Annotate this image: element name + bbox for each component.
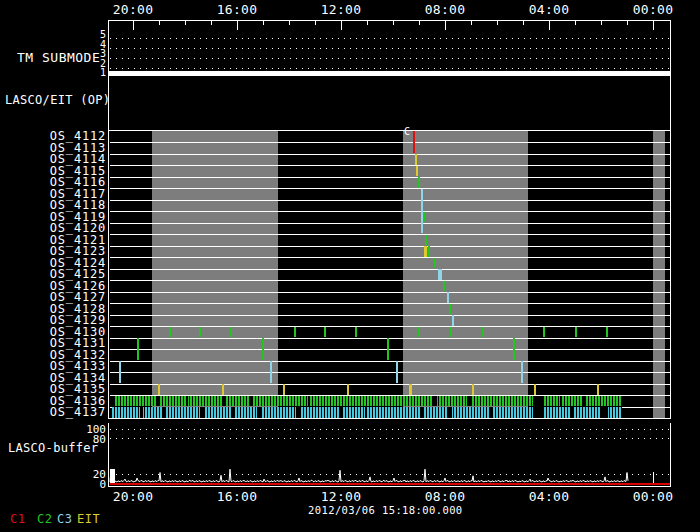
activity-gap bbox=[222, 396, 226, 407]
axis-tick-major bbox=[653, 20, 654, 30]
event-tick bbox=[575, 327, 577, 338]
row-divider bbox=[110, 384, 670, 385]
event-tick bbox=[262, 338, 264, 360]
observation-window-band bbox=[152, 131, 278, 418]
row-divider bbox=[110, 338, 670, 339]
event-tick bbox=[230, 327, 232, 338]
event-tick bbox=[521, 361, 523, 383]
activity-gap bbox=[365, 407, 367, 418]
event-tick bbox=[513, 338, 515, 360]
activity-gap bbox=[420, 407, 424, 418]
row-divider bbox=[110, 292, 670, 293]
event-tick bbox=[423, 212, 425, 223]
activity-gap bbox=[583, 396, 585, 407]
activity-gap bbox=[600, 407, 608, 418]
activity-gap bbox=[533, 407, 543, 418]
dotted-gridline bbox=[110, 48, 670, 49]
dotted-gridline bbox=[110, 438, 670, 439]
event-tick bbox=[119, 361, 121, 383]
row-divider bbox=[110, 246, 670, 247]
time-label-top: 00:00 bbox=[631, 2, 675, 17]
buffer-trace bbox=[108, 454, 671, 487]
event-tick bbox=[270, 361, 272, 383]
telemetry-plot-window: TM SUBMODE LASCO/EIT (OP) LASCO-buffer C… bbox=[0, 0, 700, 532]
event-tick bbox=[438, 269, 442, 280]
event-tick bbox=[434, 258, 436, 269]
event-tick bbox=[597, 384, 599, 395]
time-label-bottom: 16:00 bbox=[215, 489, 259, 504]
activity-gap bbox=[467, 396, 472, 407]
activity-gap bbox=[163, 407, 165, 418]
event-tick bbox=[396, 361, 398, 383]
dotted-gridline bbox=[110, 429, 670, 430]
dotted-gridline bbox=[110, 38, 670, 39]
axis-tick-major bbox=[549, 20, 550, 30]
row-divider bbox=[110, 315, 670, 316]
time-label-top: 20:00 bbox=[111, 2, 155, 17]
row-divider bbox=[110, 361, 670, 362]
event-tick bbox=[416, 166, 418, 177]
event-tick bbox=[425, 235, 427, 246]
dense-activity-row bbox=[115, 396, 622, 407]
event-tick bbox=[424, 246, 427, 257]
event-tick bbox=[418, 327, 420, 338]
row-divider bbox=[110, 269, 670, 270]
time-label-bottom: 08:00 bbox=[423, 489, 467, 504]
top-axis-line bbox=[108, 20, 671, 21]
main-bottom-border bbox=[108, 418, 671, 419]
row-divider bbox=[110, 142, 670, 143]
event-tick bbox=[409, 384, 412, 395]
time-label-bottom: 04:00 bbox=[527, 489, 571, 504]
event-tick bbox=[158, 384, 160, 395]
activity-gap bbox=[157, 396, 160, 407]
time-label-top: 08:00 bbox=[423, 2, 467, 17]
event-tick bbox=[294, 327, 296, 338]
dotted-gridline bbox=[110, 58, 670, 59]
legend: C1 C2 C3 EIT bbox=[0, 512, 700, 528]
legend-item-c1: C1 bbox=[10, 512, 25, 526]
event-tick bbox=[199, 327, 201, 338]
event-tick bbox=[606, 327, 608, 338]
event-tick bbox=[449, 304, 451, 315]
tm-submode-value-bar bbox=[108, 71, 671, 76]
activity-gap bbox=[308, 396, 310, 407]
axis-tick-major bbox=[341, 20, 342, 30]
row-divider bbox=[110, 372, 670, 373]
activity-gap bbox=[257, 407, 262, 418]
event-tick bbox=[387, 338, 389, 360]
row-divider bbox=[110, 200, 670, 201]
time-label-top: 04:00 bbox=[527, 2, 571, 17]
activity-gap bbox=[296, 407, 300, 418]
event-tick bbox=[472, 384, 474, 395]
plot-right-border bbox=[670, 20, 671, 418]
dense-activity-row bbox=[112, 407, 622, 418]
event-tick bbox=[415, 154, 417, 165]
event-tick bbox=[324, 327, 326, 338]
tm-ytick-label: 1 bbox=[94, 67, 106, 78]
event-tick bbox=[355, 327, 357, 338]
row-divider bbox=[110, 326, 670, 327]
activity-gap bbox=[250, 396, 252, 407]
axis-tick-major bbox=[445, 20, 446, 30]
event-tick bbox=[347, 384, 349, 395]
observation-window-band bbox=[653, 131, 665, 418]
row-divider bbox=[110, 223, 670, 224]
time-label-top: 12:00 bbox=[319, 2, 363, 17]
activity-gap bbox=[533, 396, 543, 407]
event-tick bbox=[482, 327, 484, 338]
buffer-ytick-label: 0 bbox=[78, 478, 106, 491]
time-label-bottom: 20:00 bbox=[111, 489, 155, 504]
activity-gap bbox=[570, 407, 573, 418]
row-divider bbox=[110, 211, 670, 212]
row-divider bbox=[110, 349, 670, 350]
event-tick bbox=[534, 384, 536, 395]
event-tick bbox=[447, 292, 449, 303]
activity-gap bbox=[186, 396, 188, 407]
tm-submode-label: TM SUBMODE bbox=[17, 51, 100, 65]
event-tick bbox=[450, 327, 452, 338]
row-divider bbox=[110, 177, 670, 178]
time-label-top: 16:00 bbox=[215, 2, 259, 17]
legend-item-c2: C2 bbox=[37, 512, 52, 526]
event-tick bbox=[543, 327, 545, 338]
event-tick bbox=[443, 281, 445, 292]
